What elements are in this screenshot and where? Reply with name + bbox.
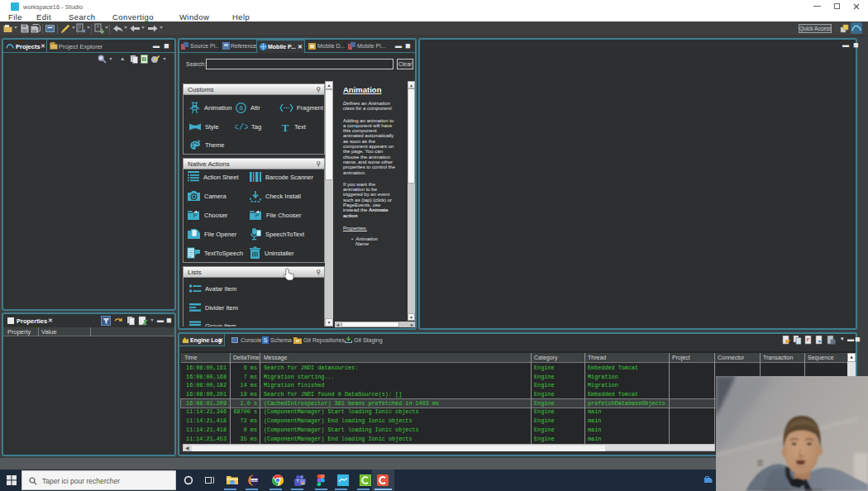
svg-text:T: T <box>296 479 299 484</box>
svg-text:T: T <box>282 122 289 132</box>
svg-text:F: F <box>807 337 810 342</box>
svg-text:!: ! <box>303 481 303 485</box>
svg-text:P: P <box>255 212 260 218</box>
svg-text:P: P <box>193 212 198 218</box>
svg-text:S: S <box>264 337 268 343</box>
svg-text:B: B <box>142 55 147 63</box>
svg-text:a: a <box>239 103 243 112</box>
svg-text:</>: </> <box>235 122 248 131</box>
